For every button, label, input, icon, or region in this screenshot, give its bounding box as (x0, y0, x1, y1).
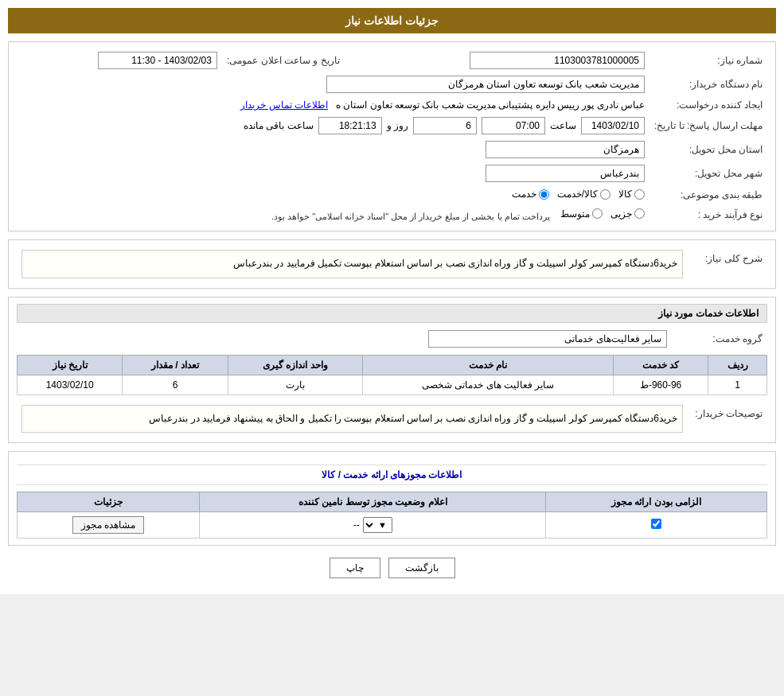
footer-buttons: بازگشت چاپ (8, 558, 776, 578)
table-row: شهر محل تحویل: بندرعباس (17, 161, 767, 185)
purchase-type-radio-group: جزیی متوسط (560, 208, 645, 220)
date-announce-value: 1403/02/03 - 11:30 (98, 52, 217, 69)
purchase-radio-partial-input[interactable] (634, 208, 645, 219)
category-radio-goods-input[interactable] (634, 189, 645, 200)
buyer-desc-text: خرید6دستگاه کمپرسر کولر اسپیلت و گاز ورا… (21, 405, 683, 434)
category-radio-goods-service-label: کالا/خدمت (557, 189, 598, 200)
purchase-type-label: نوع فرآیند خرید : (649, 205, 767, 225)
table-row: ایجاد کننده درخواست: عباس نادری پور رییس… (17, 96, 767, 114)
table-row: مهلت ارسال پاسخ: تا تاریخ: 1403/02/10 سا… (17, 114, 767, 138)
purchase-radio-partial-label: جزیی (610, 208, 632, 220)
table-row: گروه خدمت: سایر فعالیت‌های خدماتی (17, 327, 767, 351)
province-value: هرمزگان (486, 141, 645, 158)
info-table: شماره نیاز: 1103003781000005 تاریخ و ساع… (17, 49, 767, 224)
table-row: ▼ -- مشاهده مجوز (18, 512, 767, 539)
view-license-button[interactable]: مشاهده مجوز (72, 516, 144, 534)
license-section: اطلاعات مجوزهای ارائه خدمت / کالا الزامی… (8, 451, 776, 546)
category-radio-service-input[interactable] (539, 189, 549, 200)
buyer-org-value: مدیریت شعب بانک توسعه تعاون استان هرمزگا… (326, 76, 645, 93)
send-date-value: 1403/02/10 (581, 117, 645, 134)
send-day-value: 6 (413, 117, 477, 134)
required-checkbox[interactable] (651, 519, 661, 529)
creator-link[interactable]: اطلاعات تماس خریدار (240, 99, 328, 111)
service-group-table: گروه خدمت: سایر فعالیت‌های خدماتی (17, 327, 767, 351)
table-header-row: الزامی بودن ارائه مجوز اعلام وضعیت مجوز … (18, 492, 767, 512)
cell-row: 1 (708, 375, 767, 395)
need-desc-text: خرید6دستگاه کمپرسر کولر اسپیلت و گاز ورا… (21, 250, 683, 278)
license-section-title: اطلاعات مجوزهای ارائه خدمت / کالا (17, 465, 767, 485)
license-table: الزامی بودن ارائه مجوز اعلام وضعیت مجوز … (17, 492, 767, 539)
service-info-section: اطلاعات خدمات مورد نیاز گروه خدمت: سایر … (8, 297, 776, 444)
city-label: شهر محل تحویل: (649, 161, 767, 185)
category-radio-goods-label: کالا (618, 189, 632, 200)
col-code: کد خدمت (614, 355, 708, 375)
need-description-section: شرح کلی نیاز: خرید6دستگاه کمپرسر کولر اس… (8, 239, 776, 289)
need-desc-table: شرح کلی نیاز: خرید6دستگاه کمپرسر کولر اس… (17, 247, 767, 282)
city-value: بندرعباس (486, 165, 645, 182)
col-details: جزئیات (18, 492, 200, 512)
buyer-desc-table: توصیحات خریدار: خرید6دستگاه کمپرسر کولر … (17, 402, 767, 437)
table-row: نوع فرآیند خرید : جزیی متوسط پرداخت (17, 205, 767, 225)
purchase-radio-partial[interactable]: جزیی (610, 208, 645, 220)
service-info-title: اطلاعات خدمات مورد نیاز (17, 304, 767, 323)
purchase-radio-medium[interactable]: متوسط (560, 208, 603, 220)
need-number-value: 1103003781000005 (470, 52, 645, 69)
purchase-radio-medium-input[interactable] (592, 208, 603, 219)
cell-quantity: 6 (123, 375, 228, 395)
cell-details: مشاهده مجوز (18, 512, 200, 539)
main-info-section: شماره نیاز: 1103003781000005 تاریخ و ساع… (8, 41, 776, 231)
send-time-label: ساعت (550, 120, 576, 131)
purchase-note: پرداخت تمام یا بخشی از مبلغ خریدار از مح… (271, 211, 550, 220)
col-unit: واحد اندازه گیری (228, 355, 362, 375)
category-radio-group: کالا کالا/خدمت خدمت (512, 189, 645, 200)
province-label: استان محل تحویل: (649, 138, 767, 161)
print-button[interactable]: چاپ (330, 558, 380, 578)
status-value: -- (353, 519, 360, 531)
table-row: نام دستگاه خریدار: مدیریت شعب بانک توسعه… (17, 72, 767, 96)
category-radio-service[interactable]: خدمت (512, 189, 549, 200)
buyer-desc-label: توصیحات خریدار: (688, 402, 767, 437)
cell-required-checkbox (546, 512, 767, 539)
send-day-label: روز و (387, 120, 408, 131)
purchase-radio-medium-label: متوسط (560, 208, 590, 220)
service-group-value: سایر فعالیت‌های خدماتی (428, 330, 667, 348)
buyer-org-label: نام دستگاه خریدار: (649, 72, 767, 96)
table-row: شرح کلی نیاز: خرید6دستگاه کمپرسر کولر اس… (17, 247, 767, 282)
status-select[interactable]: ▼ (363, 517, 392, 533)
category-radio-goods-service[interactable]: کالا/خدمت (557, 189, 610, 200)
col-row: ردیف (708, 355, 767, 375)
creator-label: ایجاد کننده درخواست: (649, 96, 767, 114)
send-date-label: مهلت ارسال پاسخ: تا تاریخ: (649, 114, 767, 138)
category-label: طبقه بندی موضوعی: (649, 185, 767, 205)
cell-status: ▼ -- (200, 512, 546, 539)
send-remaining-label: ساعت باقی مانده (244, 120, 314, 131)
col-date: تاریخ نیاز (18, 355, 123, 375)
need-desc-label: شرح کلی نیاز: (688, 247, 767, 282)
table-row: توصیحات خریدار: خرید6دستگاه کمپرسر کولر … (17, 402, 767, 437)
col-required: الزامی بودن ارائه مجوز (546, 492, 767, 512)
table-header-row: ردیف کد خدمت نام خدمت واحد اندازه گیری ت… (18, 355, 767, 375)
category-radio-goods[interactable]: کالا (618, 189, 645, 200)
send-time-value: 07:00 (482, 117, 545, 134)
page-title: جزئیات اطلاعات نیاز (345, 14, 439, 27)
col-status: اعلام وضعیت مجوز توسط نامین کننده (200, 492, 546, 512)
back-button[interactable]: بازگشت (388, 558, 455, 578)
cell-unit: بارت (228, 375, 362, 395)
service-group-label: گروه خدمت: (672, 327, 767, 351)
table-row: استان محل تحویل: هرمزگان (17, 138, 767, 161)
page-header: جزئیات اطلاعات نیاز (8, 8, 776, 33)
need-number-label: شماره نیاز: (649, 49, 767, 72)
cell-code: 960-96-ط (614, 375, 708, 395)
col-name: نام خدمت (363, 355, 614, 375)
cell-date: 1403/02/10 (18, 375, 123, 395)
category-radio-service-label: خدمت (512, 189, 536, 200)
cell-name: سایر فعالیت های خدماتی شخصی (363, 375, 614, 395)
table-row: طبقه بندی موضوعی: کالا کالا/خدمت (17, 185, 767, 205)
creator-value: عباس نادری پور رییس دایره پشتیبانی مدیری… (336, 99, 645, 111)
send-remaining-value: 18:21:13 (318, 117, 382, 134)
col-quantity: تعداد / مقدار (123, 355, 228, 375)
category-radio-goods-service-input[interactable] (600, 189, 610, 200)
table-row: شماره نیاز: 1103003781000005 تاریخ و ساع… (17, 49, 767, 72)
date-announce-label: تاریخ و ساعت اعلان عمومی: (222, 49, 356, 72)
service-data-table: ردیف کد خدمت نام خدمت واحد اندازه گیری ت… (17, 355, 767, 395)
